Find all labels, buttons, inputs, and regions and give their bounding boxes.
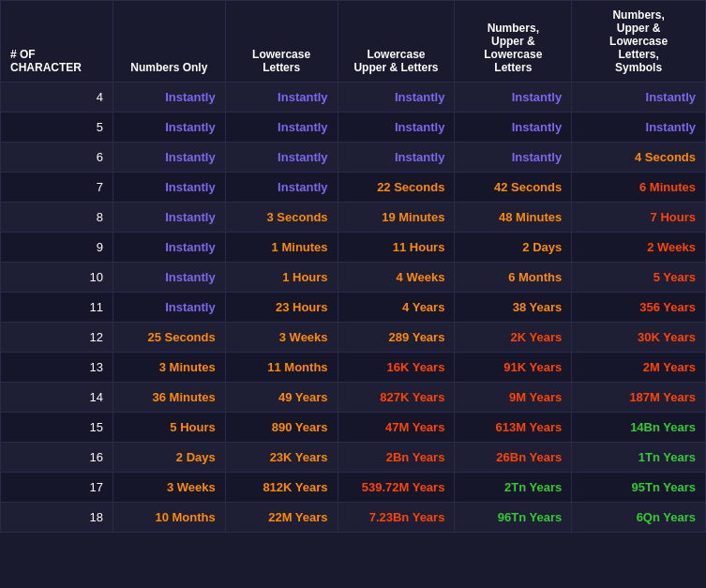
crack-time-cell: 49 Years bbox=[225, 383, 338, 413]
char-count: 8 bbox=[1, 203, 113, 233]
table-row: 1225 Seconds3 Weeks289 Years2K Years30K … bbox=[1, 323, 706, 353]
crack-time-cell: 91K Years bbox=[455, 353, 572, 383]
crack-time-cell: Instantly bbox=[338, 143, 455, 173]
table-row: 8Instantly3 Seconds19 Minutes48 Minutes7… bbox=[1, 203, 706, 233]
crack-time-cell: 96Tn Years bbox=[455, 503, 572, 533]
crack-time-cell: 2 Weeks bbox=[572, 233, 706, 263]
header-lowercase-letters: LowercaseLetters bbox=[225, 1, 338, 83]
char-count: 4 bbox=[1, 83, 113, 113]
crack-time-cell: Instantly bbox=[113, 113, 225, 143]
crack-time-cell: 2 Days bbox=[455, 233, 572, 263]
crack-time-cell: 36 Minutes bbox=[113, 383, 225, 413]
crack-time-cell: 25 Seconds bbox=[113, 323, 225, 353]
char-count: 9 bbox=[1, 233, 113, 263]
crack-time-cell: 26Bn Years bbox=[455, 443, 572, 473]
header-chars: # OFCHARACTER bbox=[1, 1, 113, 83]
header-numbers-only: Numbers Only bbox=[113, 1, 225, 83]
table-row: 9Instantly1 Minutes11 Hours2 Days2 Weeks bbox=[1, 233, 706, 263]
table-row: 1810 Months22M Years7.23Bn Years96Tn Yea… bbox=[1, 503, 706, 533]
crack-time-cell: 14Bn Years bbox=[572, 413, 706, 443]
char-count: 6 bbox=[1, 143, 113, 173]
crack-time-cell: 23K Years bbox=[225, 443, 338, 473]
char-count: 10 bbox=[1, 263, 113, 293]
crack-time-cell: 10 Months bbox=[113, 503, 225, 533]
crack-time-cell: Instantly bbox=[338, 113, 455, 143]
crack-time-cell: 11 Months bbox=[225, 353, 338, 383]
crack-time-cell: 16K Years bbox=[338, 353, 455, 383]
crack-time-cell: Instantly bbox=[572, 113, 706, 143]
crack-time-cell: 3 Weeks bbox=[225, 323, 338, 353]
crack-time-cell: Instantly bbox=[113, 263, 225, 293]
crack-time-cell: 4 Seconds bbox=[572, 143, 706, 173]
char-count: 5 bbox=[1, 113, 113, 143]
crack-time-cell: 5 Hours bbox=[113, 413, 225, 443]
crack-time-cell: 2Bn Years bbox=[338, 443, 455, 473]
crack-time-cell: Instantly bbox=[113, 293, 225, 323]
crack-time-cell: 539.72M Years bbox=[338, 473, 455, 503]
table-row: 4InstantlyInstantlyInstantlyInstantlyIns… bbox=[1, 83, 706, 113]
char-count: 18 bbox=[1, 503, 113, 533]
crack-time-cell: 3 Minutes bbox=[113, 353, 225, 383]
char-count: 14 bbox=[1, 383, 113, 413]
crack-time-cell: 1 Hours bbox=[225, 263, 338, 293]
crack-time-cell: 4 Weeks bbox=[338, 263, 455, 293]
crack-time-cell: Instantly bbox=[113, 173, 225, 203]
crack-time-cell: 1 Minutes bbox=[225, 233, 338, 263]
crack-time-cell: Instantly bbox=[113, 203, 225, 233]
table-row: 162 Days23K Years2Bn Years26Bn Years1Tn … bbox=[1, 443, 706, 473]
crack-time-cell: 890 Years bbox=[225, 413, 338, 443]
crack-time-cell: 6 Minutes bbox=[572, 173, 706, 203]
table-row: 1436 Minutes49 Years827K Years9M Years18… bbox=[1, 383, 706, 413]
crack-time-cell: 42 Seconds bbox=[455, 173, 572, 203]
password-crack-time-table: # OFCHARACTER Numbers Only LowercaseLett… bbox=[0, 0, 706, 533]
crack-time-cell: 6Qn Years bbox=[572, 503, 706, 533]
crack-time-cell: Instantly bbox=[225, 173, 338, 203]
crack-time-cell: 3 Seconds bbox=[225, 203, 338, 233]
table-row: 5InstantlyInstantlyInstantlyInstantlyIns… bbox=[1, 113, 706, 143]
crack-time-cell: 7 Hours bbox=[572, 203, 706, 233]
crack-time-cell: 19 Minutes bbox=[338, 203, 455, 233]
char-count: 13 bbox=[1, 353, 113, 383]
crack-time-cell: 289 Years bbox=[338, 323, 455, 353]
crack-time-cell: Instantly bbox=[572, 83, 706, 113]
crack-time-cell: 22 Seconds bbox=[338, 173, 455, 203]
table-row: 155 Hours890 Years47M Years613M Years14B… bbox=[1, 413, 706, 443]
crack-time-cell: 3 Weeks bbox=[113, 473, 225, 503]
char-count: 12 bbox=[1, 323, 113, 353]
crack-time-cell: 2 Days bbox=[113, 443, 225, 473]
table-row: 7InstantlyInstantly22 Seconds42 Seconds6… bbox=[1, 173, 706, 203]
header-numbers-upper-lowercase: Numbers,Upper &LowercaseLetters bbox=[455, 1, 572, 83]
table-row: 6InstantlyInstantlyInstantlyInstantly4 S… bbox=[1, 143, 706, 173]
crack-time-cell: 2Tn Years bbox=[455, 473, 572, 503]
crack-time-cell: Instantly bbox=[225, 113, 338, 143]
crack-time-cell: 22M Years bbox=[225, 503, 338, 533]
header-all-symbols: Numbers,Upper &LowercaseLetters,Symbols bbox=[572, 1, 706, 83]
crack-time-cell: Instantly bbox=[455, 143, 572, 173]
crack-time-cell: 1Tn Years bbox=[572, 443, 706, 473]
crack-time-cell: 356 Years bbox=[572, 293, 706, 323]
crack-time-cell: Instantly bbox=[338, 83, 455, 113]
crack-time-cell: Instantly bbox=[113, 143, 225, 173]
crack-time-cell: Instantly bbox=[225, 143, 338, 173]
crack-time-cell: 48 Minutes bbox=[455, 203, 572, 233]
crack-time-cell: 613M Years bbox=[455, 413, 572, 443]
crack-time-cell: 47M Years bbox=[338, 413, 455, 443]
crack-time-cell: 9M Years bbox=[455, 383, 572, 413]
table-row: 133 Minutes11 Months16K Years91K Years2M… bbox=[1, 353, 706, 383]
crack-time-cell: 5 Years bbox=[572, 263, 706, 293]
char-count: 16 bbox=[1, 443, 113, 473]
crack-time-cell: 38 Years bbox=[455, 293, 572, 323]
crack-time-cell: Instantly bbox=[113, 83, 225, 113]
table-row: 173 Weeks812K Years539.72M Years2Tn Year… bbox=[1, 473, 706, 503]
crack-time-cell: Instantly bbox=[113, 233, 225, 263]
crack-time-cell: 30K Years bbox=[572, 323, 706, 353]
header-lowercase-upper-letters: LowercaseUpper & Letters bbox=[338, 1, 455, 83]
crack-time-cell: 187M Years bbox=[572, 383, 706, 413]
char-count: 17 bbox=[1, 473, 113, 503]
char-count: 15 bbox=[1, 413, 113, 443]
crack-time-cell: Instantly bbox=[455, 83, 572, 113]
crack-time-cell: 827K Years bbox=[338, 383, 455, 413]
crack-time-cell: 11 Hours bbox=[338, 233, 455, 263]
crack-time-cell: 6 Months bbox=[455, 263, 572, 293]
crack-time-cell: Instantly bbox=[455, 113, 572, 143]
